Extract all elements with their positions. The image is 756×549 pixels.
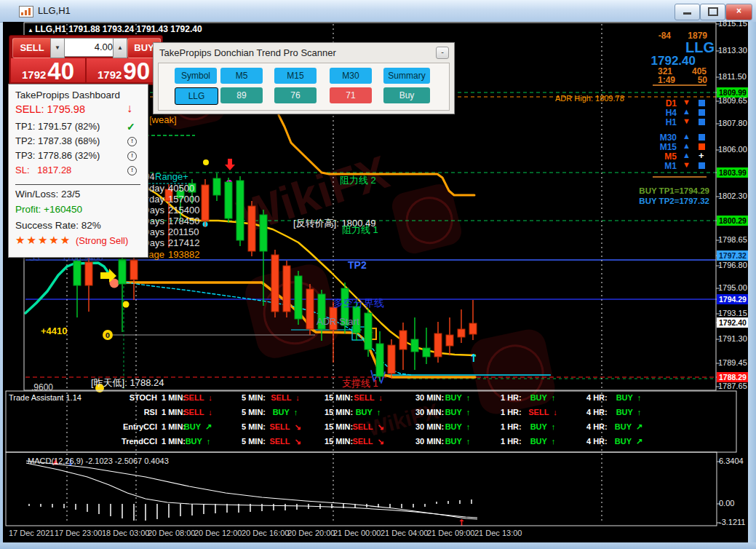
ta-signal-cell: BUY ↑ [429,408,486,417]
dashboard-stat-label: Win/Loss: 23/5 [15,189,80,200]
candle-body [469,323,477,334]
ta-signal-cell: SELL ↓ [170,408,226,417]
ta-signal-cell: BUY ↑ [257,408,314,417]
ta-indicator-entrycci: EntryCCI [111,423,157,432]
glyph-marker: ↑ [469,352,479,365]
scanner-header-summary[interactable]: Summary [383,68,430,84]
candle-body [341,288,349,325]
glyph-marker: ↑ [458,518,465,528]
tf-label-m1: M1 [658,162,677,171]
trend-square-icon [699,119,705,125]
ta-signal-cell: BUY ↑ [429,394,486,403]
dot-marker [123,301,130,308]
candle-body [330,307,337,330]
down-triangle-icon: ▼ [683,117,691,126]
tf-label-h1: H1 [658,118,677,127]
sell-price-display[interactable]: 1792 40 [11,58,85,82]
candle-body [236,181,244,240]
candle-body [283,266,290,312]
candle-body [165,189,172,201]
ta-signal-cell: BUY ↗ [600,423,657,432]
check-icon: ✓ [127,122,135,133]
sell-button[interactable]: SELL [12,38,52,58]
buy-price-big-figure: 1792 [98,68,122,82]
candle-body [353,307,360,333]
candle-body [388,345,395,374]
glyph-marker: 0 [106,332,110,339]
chart-ohlc-header: ▲ LLG,H1 1791.88 1793.24 1791.43 1792.40 [28,24,202,34]
collapse-arrow-icon[interactable]: ▲ [28,27,35,33]
ta-signal-cell: SELL ↓ [340,394,397,403]
divider [15,184,140,185]
volume-decrease-button[interactable]: ▼ [50,38,65,58]
scanner-cell-76[interactable]: 76 [274,87,317,103]
donchian-scanner-panel: TakePropips Donchian Trend Pro Scanner -… [153,42,455,114]
down-triangle-icon: ▼ [683,98,691,107]
symbol-info-panel: -84 1879 LLG 1792.40 321 405 1:49 50 D1▼… [640,28,716,211]
candle-body [376,344,383,376]
tf-label-m5: M5 [658,152,677,162]
scanner-header-symbol[interactable]: Symbol [175,68,217,84]
tf-label-m30: M30 [658,133,677,143]
candle-body [434,333,442,357]
ta-signal-cell: BUY ↑ [170,438,226,446]
rating-stars: ★★★★★ [15,234,71,247]
scanner-cell-89[interactable]: 89 [220,87,263,103]
scanner-minimize-button[interactable]: - [436,47,449,59]
candle-body [306,289,314,329]
trade-assistant-title: Trade Assistant 1.14 [9,393,81,402]
dot-marker [203,159,209,165]
buy-price-display[interactable]: 1792 90 [87,58,161,82]
down-triangle-icon: ▼ [683,161,691,170]
up-triangle-icon: ▲ [683,151,691,160]
candle-body [458,329,465,337]
scanner-title: TakePropips Donchian Trend Pro Scanner [159,47,336,58]
scanner-body: SymbolM5M15M30SummaryLLG897671Buy [158,63,450,111]
up-triangle-icon: ▲ [683,108,691,116]
macd-main-line [26,461,477,519]
candle-body [423,348,430,357]
arrow-marker [225,159,235,170]
ta-signal-cell: BUY ↗ [600,438,657,446]
ta-signal-cell: SELL ↓ [514,408,571,417]
candle-body [177,191,184,198]
window-bottom-frame [0,542,756,549]
scanner-cell-71[interactable]: 71 [330,87,372,103]
sell-price-pips: 40 [47,60,74,82]
trend-square-icon [699,100,705,106]
candle-body [318,294,325,329]
one-click-trading-widget: SELL ▼ 4.00 ▲ BUY 1792 40 1792 90 [9,35,163,85]
scanner-header-m5[interactable]: M5 [220,68,263,84]
info-candle-timer: 1:49 [648,75,675,85]
buy-tp1-label: BUY TP1=1794.29 [637,186,709,195]
ta-indicator-trendcci: TrendCCI [111,438,157,446]
dashboard-signal-label: SELL: 1795.98 [15,104,85,115]
sell-price-big-figure: 1792 [22,68,46,82]
volume-increase-button[interactable]: ▲ [113,38,127,58]
scanner-header-m15[interactable]: M15 [274,68,317,84]
divider [653,84,707,86]
trend-square-icon [699,109,705,116]
tf-label-m15: M15 [658,143,677,152]
candle-body [213,178,220,195]
ta-signal-cell: SELL ↘ [257,438,314,446]
clock-icon: ! [127,137,137,146]
ta-signal-cell: SELL ↓ [257,394,314,403]
tf-label-d1: D1 [658,99,677,108]
ta-signal-cell: BUY ↗ [170,423,226,432]
ta-signal-cell: BUY ↑ [429,438,486,446]
candle-body [295,276,302,319]
plus-icon: + [699,151,704,161]
volume-input[interactable]: 4.00 [64,38,116,57]
ta-signal-cell: BUY ↑ [340,408,397,417]
scanner-header-m30[interactable]: M30 [330,68,372,84]
scanner-cell-llg[interactable]: LLG [175,87,218,105]
dashboard-title: TakePropips Dashboard [15,90,120,100]
takepropips-dashboard-panel: TakePropips Dashboard SELL: 1795.98↓TP1:… [8,84,148,258]
candle-body [271,255,279,312]
candle-body [85,262,92,285]
scanner-cell-buy[interactable]: Buy [383,87,430,103]
buy-price-pips: 90 [123,60,150,82]
up-triangle-icon: ▲ [683,133,691,141]
candle-body [225,182,232,218]
